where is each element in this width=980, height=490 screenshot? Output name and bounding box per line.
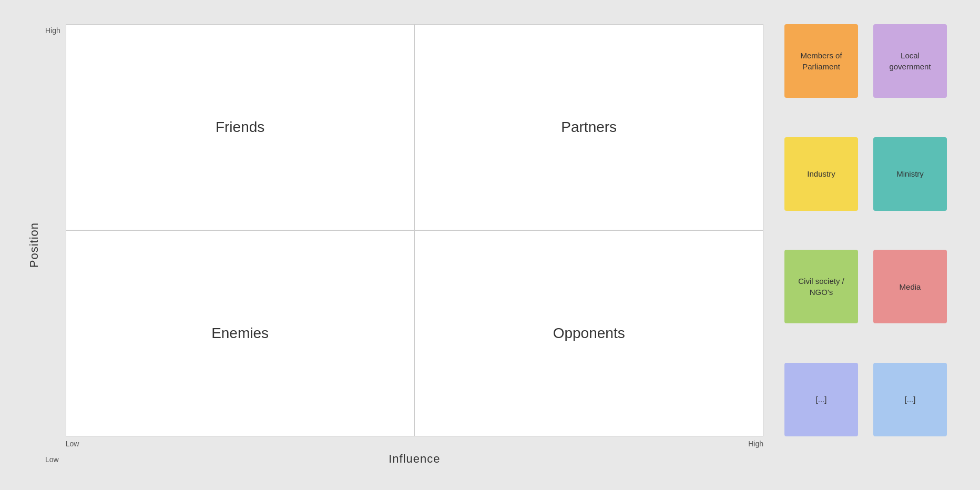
matrix-grid: Friends Partners Enemies Opponents: [66, 24, 763, 436]
y-tick-high: High: [45, 26, 60, 35]
y-axis-label: Position: [27, 222, 41, 268]
sticky-note-extra-2[interactable]: [...]: [873, 363, 947, 436]
sticky-note-members-of-parliament[interactable]: Members of Parliament: [784, 24, 858, 98]
x-tick-high: High: [748, 440, 763, 448]
x-axis-labels: Low High: [66, 436, 763, 448]
sticky-note-extra-1[interactable]: [...]: [784, 363, 858, 436]
quadrant-friends-label: Friends: [216, 119, 264, 136]
quadrant-enemies-label: Enemies: [211, 325, 269, 342]
quadrant-opponents: Opponents: [414, 230, 763, 436]
sticky-note-civil-society-ngo[interactable]: Civil society / NGO's: [784, 250, 858, 323]
quadrant-partners-label: Partners: [561, 119, 617, 136]
sticky-note-industry[interactable]: Industry: [784, 137, 858, 211]
quadrant-partners: Partners: [414, 24, 763, 230]
y-axis-container: Position High Low: [27, 24, 66, 466]
y-tick-low: Low: [45, 455, 60, 464]
y-axis-ticks: High Low: [45, 24, 60, 466]
chart-with-axes: Position High Low Friends Partners Enemi…: [27, 24, 763, 466]
sticky-note-media[interactable]: Media: [873, 250, 947, 323]
quadrant-friends: Friends: [66, 24, 415, 230]
x-axis-label: Influence: [66, 452, 763, 466]
matrix-container: Friends Partners Enemies Opponents Low H…: [66, 24, 763, 466]
sidebar: Members of ParliamentLocal governmentInd…: [784, 24, 953, 466]
chart-area: Position High Low Friends Partners Enemi…: [27, 24, 763, 466]
x-tick-low: Low: [66, 440, 79, 448]
main-container: Position High Low Friends Partners Enemi…: [12, 14, 968, 476]
sticky-note-local-government[interactable]: Local government: [873, 24, 947, 98]
quadrant-opponents-label: Opponents: [553, 325, 625, 342]
quadrant-enemies: Enemies: [66, 230, 415, 436]
sticky-note-ministry[interactable]: Ministry: [873, 137, 947, 211]
